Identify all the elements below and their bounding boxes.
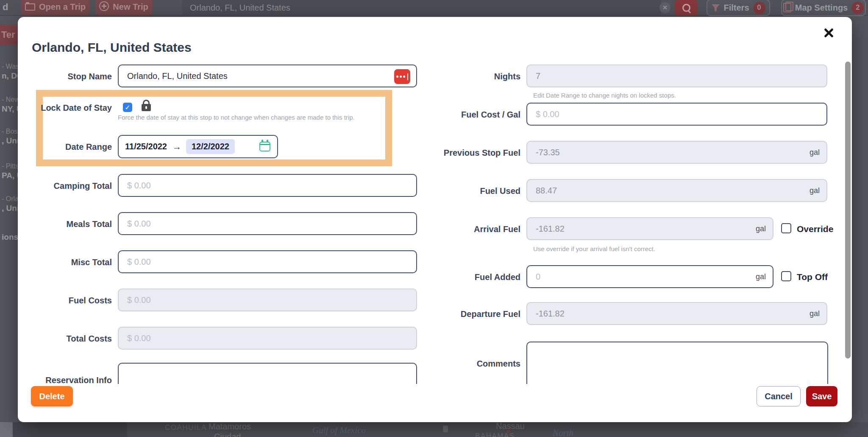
nights-input: [527, 65, 826, 87]
comments-label: Comments: [419, 359, 520, 369]
close-icon[interactable]: [822, 26, 835, 39]
map-label: COAHUILA: [165, 423, 207, 432]
lock-date-checkbox[interactable]: ✓: [123, 103, 132, 112]
fuel-added-field: gal: [526, 265, 773, 288]
sidebar-stop-fragment: , Uni: [2, 204, 19, 213]
map-label: Ciudad: [214, 432, 241, 437]
gal-unit: gal: [810, 148, 820, 157]
nights-field: [526, 64, 827, 87]
save-button[interactable]: Save: [806, 386, 837, 406]
misc-total-label: Misc Total: [18, 258, 112, 267]
date-range-end[interactable]: 12/2/2022: [186, 139, 235, 154]
camping-total-label: Camping Total: [18, 181, 112, 191]
meals-total-input[interactable]: [119, 213, 416, 234]
layers-icon: [783, 3, 791, 12]
fuel-used-label: Fuel Used: [419, 186, 520, 196]
map-settings-label: Map Settings: [795, 3, 848, 13]
total-costs-input: [119, 328, 416, 349]
top-off-label: Top Off: [797, 272, 828, 282]
delete-button[interactable]: Delete: [31, 386, 73, 406]
total-costs-label: Total Costs: [18, 334, 112, 344]
date-range-field[interactable]: 11/25/2022 → 12/2/2022: [118, 135, 278, 158]
open-trip-button[interactable]: Open a Trip: [21, 0, 90, 15]
total-costs-field: [118, 327, 417, 350]
plus-icon: [99, 1, 109, 11]
funnel-icon: [711, 4, 720, 11]
camping-total-input[interactable]: [119, 175, 416, 196]
departure-fuel-field: gal: [526, 302, 827, 325]
gal-unit: gal: [810, 186, 820, 195]
map-label: BAHAMAS: [475, 432, 515, 437]
fuel-used-input: [527, 180, 826, 201]
misc-total-input[interactable]: [119, 251, 416, 272]
meals-total-label: Meals Total: [18, 219, 112, 229]
stop-name-input[interactable]: [119, 65, 416, 87]
cancel-button[interactable]: Cancel: [757, 386, 801, 406]
previous-stop-fuel-input: [527, 142, 826, 163]
search-button[interactable]: [675, 0, 698, 15]
folder-icon: [25, 3, 35, 11]
clear-search-icon[interactable]: ×: [659, 2, 670, 13]
map-label: North: [553, 428, 573, 437]
sidebar-stop-fragment: - Pitts: [2, 162, 19, 170]
map-strip-segment: [0, 422, 13, 437]
top-off-checkbox[interactable]: [781, 271, 791, 281]
arrival-fuel-input: [527, 218, 773, 239]
filters-label: Filters: [723, 3, 749, 13]
map-strip: COAHUILA Matamoros Ciudad Gulf of Mexico…: [0, 422, 868, 437]
comments-textarea[interactable]: [526, 342, 828, 384]
lock-date-helper: Force the date of stay at this stop to n…: [118, 114, 355, 121]
new-trip-button[interactable]: New Trip: [95, 0, 152, 15]
previous-stop-fuel-label: Previous Stop Fuel: [419, 148, 520, 158]
sidebar-stop-fragment: - New: [2, 96, 19, 104]
fuel-used-field: gal: [526, 179, 827, 202]
sidebar-stop-fragment: , Uni: [2, 136, 19, 146]
sidebar-stop-fragment: - Bost: [2, 128, 19, 135]
override-label: Override: [797, 224, 833, 234]
autofill-icon[interactable]: [394, 69, 410, 84]
reservation-info-textarea[interactable]: [118, 363, 417, 384]
nights-helper: Edit Date Range to change nights on lock…: [533, 92, 676, 99]
map-settings-button[interactable]: Map Settings 2: [781, 0, 866, 16]
arrival-fuel-label: Arrival Fuel: [419, 224, 520, 234]
search-input[interactable]: Orlando, FL, United States: [182, 0, 661, 15]
fuel-cost-gal-input[interactable]: [527, 104, 826, 125]
date-range-label: Date Range: [18, 142, 112, 152]
modal-scrollbar[interactable]: [845, 62, 851, 359]
arrival-fuel-helper: Use override if your arrival fuel isn't …: [533, 245, 655, 252]
meals-total-field: [118, 212, 417, 235]
sidebar-stop-fragment: ions: [2, 233, 18, 242]
map-label: Nassau: [496, 421, 525, 431]
arrow-right-icon: →: [172, 142, 181, 152]
toolbar-text-fragment: d: [3, 2, 8, 13]
calendar-icon[interactable]: [259, 142, 270, 151]
fuel-cost-gal-label: Fuel Cost / Gal: [419, 110, 520, 120]
gal-unit: gal: [756, 272, 766, 281]
arrival-fuel-field: gal: [526, 217, 773, 240]
misc-total-field: [118, 250, 417, 273]
lock-icon: [142, 104, 151, 111]
modal-scroll-body: Orlando, FL, United States Stop Name Loc…: [18, 17, 852, 384]
departure-fuel-label: Departure Fuel: [419, 309, 520, 319]
fuel-costs-field: [118, 289, 417, 311]
date-range-start[interactable]: 11/25/2022: [125, 142, 167, 151]
modal-title: Orlando, FL, United States: [32, 40, 192, 55]
stop-name-field: [118, 64, 417, 87]
sidebar-template-button[interactable]: Ter: [0, 25, 19, 45]
top-toolbar: d Open a Trip New Trip Orlando, FL, Unit…: [0, 0, 868, 16]
magnifier-icon: [682, 4, 690, 12]
fuel-costs-label: Fuel Costs: [18, 296, 112, 305]
nights-label: Nights: [419, 72, 520, 81]
previous-stop-fuel-field: gal: [526, 141, 827, 164]
fuel-added-label: Fuel Added: [419, 272, 520, 282]
fuel-costs-input: [119, 289, 416, 311]
camping-total-field: [118, 174, 417, 197]
fuel-added-input[interactable]: [527, 266, 773, 287]
gal-unit: gal: [810, 309, 820, 318]
new-trip-label: New Trip: [113, 2, 148, 12]
open-trip-label: Open a Trip: [39, 2, 86, 12]
filters-button[interactable]: Filters 0: [707, 0, 770, 16]
override-checkbox[interactable]: [781, 223, 791, 233]
app-stage: d Open a Trip New Trip Orlando, FL, Unit…: [0, 0, 868, 437]
lock-date-label: Lock Date of Stay: [18, 103, 112, 113]
